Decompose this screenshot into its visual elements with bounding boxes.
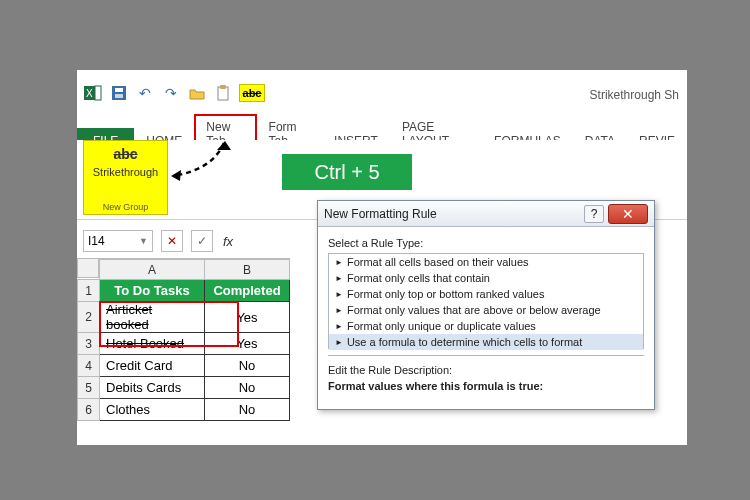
chevron-down-icon: ▼ <box>139 236 148 246</box>
redo-icon[interactable]: ↷ <box>161 84 181 102</box>
ribbon-group-caption: New Group <box>103 202 149 212</box>
select-rule-type-label: Select a Rule Type: <box>328 237 644 249</box>
row-header-5[interactable]: 5 <box>78 377 100 399</box>
triangle-icon: ► <box>335 274 343 283</box>
triangle-icon: ► <box>335 322 343 331</box>
paste-icon[interactable] <box>213 84 233 102</box>
cell-A5[interactable]: Debits Cards <box>100 377 205 399</box>
dialog-body: Select a Rule Type: ►Format all cells ba… <box>318 227 654 402</box>
row-header-2[interactable]: 2 <box>78 302 100 333</box>
cell-A2[interactable]: Airticket booked <box>100 302 205 333</box>
dialog-titlebar[interactable]: New Formatting Rule ? ✕ <box>318 201 654 227</box>
dialog-title-text: New Formatting Rule <box>324 207 437 221</box>
strikethrough-qat-icon[interactable]: abc <box>239 84 265 102</box>
svg-rect-5 <box>115 94 123 98</box>
row-header-4[interactable]: 4 <box>78 355 100 377</box>
name-bar: I14 ▼ ✕ ✓ fx <box>77 230 233 252</box>
rule-type-list[interactable]: ►Format all cells based on their values … <box>328 253 644 349</box>
cell-B1[interactable]: Completed <box>205 280 290 302</box>
cell-A1[interactable]: To Do Tasks <box>100 280 205 302</box>
rule-item-unique-dup[interactable]: ►Format only unique or duplicate values <box>329 318 643 334</box>
column-header-a[interactable]: A <box>100 260 205 280</box>
triangle-icon: ► <box>335 258 343 267</box>
row-header-1[interactable]: 1 <box>78 280 100 302</box>
formula-true-label: Format values where this formula is true… <box>328 380 644 392</box>
fx-label[interactable]: fx <box>223 234 233 249</box>
strikethrough-qat-text: abc <box>243 87 262 99</box>
cell-B5[interactable]: No <box>205 377 290 399</box>
triangle-icon: ► <box>335 290 343 299</box>
cell-B2[interactable]: Yes <box>205 302 290 333</box>
enter-formula-icon[interactable]: ✓ <box>191 230 213 252</box>
dialog-help-button[interactable]: ? <box>584 205 604 223</box>
open-icon[interactable] <box>187 84 207 102</box>
column-header-b[interactable]: B <box>205 260 290 280</box>
ribbon-group-strikethrough[interactable]: abc Strikethrough New Group <box>83 140 168 215</box>
cell-A4[interactable]: Credit Card <box>100 355 205 377</box>
name-box-value: I14 <box>88 234 105 248</box>
rule-item-formula[interactable]: ►Use a formula to determine which cells … <box>329 334 643 350</box>
svg-rect-4 <box>115 88 123 92</box>
svg-rect-1 <box>95 86 101 100</box>
cell-A6[interactable]: Clothes <box>100 399 205 421</box>
dialog-close-button[interactable]: ✕ <box>608 204 648 224</box>
cancel-formula-icon[interactable]: ✕ <box>161 230 183 252</box>
edit-rule-description-label: Edit the Rule Description: <box>328 364 644 376</box>
cell-B6[interactable]: No <box>205 399 290 421</box>
svg-rect-7 <box>220 85 226 89</box>
row-header-6[interactable]: 6 <box>78 399 100 421</box>
rule-item-top-bottom[interactable]: ►Format only top or bottom ranked values <box>329 286 643 302</box>
new-formatting-rule-dialog: New Formatting Rule ? ✕ Select a Rule Ty… <box>317 200 655 410</box>
undo-icon[interactable]: ↶ <box>135 84 155 102</box>
cell-B4[interactable]: No <box>205 355 290 377</box>
rule-item-above-below[interactable]: ►Format only values that are above or be… <box>329 302 643 318</box>
svg-text:X: X <box>86 88 93 99</box>
quick-access-toolbar: X ↶ ↷ abc <box>83 84 265 102</box>
shortcut-callout: Ctrl + 5 <box>282 154 412 190</box>
excel-icon[interactable]: X <box>83 84 103 102</box>
cell-A3[interactable]: Hotel Booked <box>100 333 205 355</box>
save-icon[interactable] <box>109 84 129 102</box>
rule-description-section: Edit the Rule Description: Format values… <box>328 355 644 392</box>
row-header-3[interactable]: 3 <box>78 333 100 355</box>
strikethrough-group-label: Strikethrough <box>93 166 158 178</box>
spreadsheet-grid[interactable]: A B 1 To Do Tasks Completed 2 Airticket … <box>77 258 290 421</box>
name-box[interactable]: I14 ▼ <box>83 230 153 252</box>
excel-window: X ↶ ↷ abc Strikethrough Sh FILE HOME New… <box>77 70 687 445</box>
window-title: Strikethrough Sh <box>590 88 679 102</box>
rule-item-all-cells[interactable]: ►Format all cells based on their values <box>329 254 643 270</box>
cell-B3[interactable]: Yes <box>205 333 290 355</box>
triangle-icon: ► <box>335 338 343 347</box>
strikethrough-group-icon: abc <box>113 146 137 162</box>
triangle-icon: ► <box>335 306 343 315</box>
rule-item-cells-contain[interactable]: ►Format only cells that contain <box>329 270 643 286</box>
